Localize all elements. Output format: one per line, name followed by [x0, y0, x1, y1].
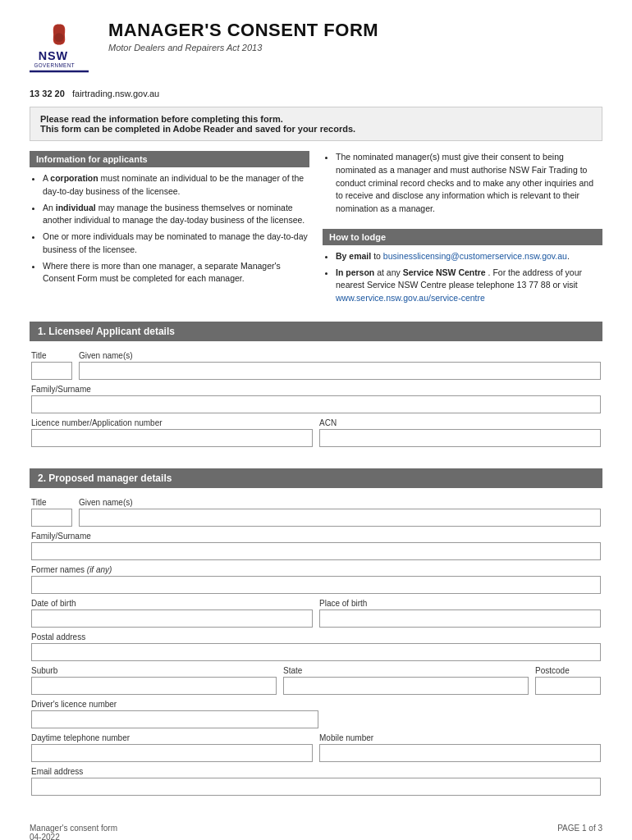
s2-mobile-label: Mobile number	[319, 733, 601, 742]
s1-surname-row: Family/Surname	[31, 385, 601, 413]
s2-email-input[interactable]	[31, 778, 601, 796]
footer-page: PAGE 1 of 3	[557, 824, 602, 840]
s1-acn-input[interactable]	[319, 429, 601, 447]
section-2: 2. Proposed manager details Title Given …	[30, 468, 602, 804]
s2-state-label: State	[283, 666, 529, 675]
section-1: 1. Licensee/ Applicant details Title Giv…	[30, 322, 602, 455]
service-url-link[interactable]: www.service.nsw.gov.au/service-centre	[336, 293, 485, 303]
s1-licence-input[interactable]	[31, 429, 313, 447]
s2-former-names-input[interactable]	[31, 576, 601, 594]
s2-given-names-input[interactable]	[79, 509, 601, 527]
s2-email-row: Email address	[31, 767, 601, 796]
info-right-list: The nominated manager(s) must give their…	[323, 151, 602, 216]
s2-surname-label: Family/Surname	[31, 532, 601, 541]
s2-former-names-label: Former names (if any)	[31, 565, 601, 574]
info-columns: Information for applicants A corporation…	[30, 151, 602, 308]
s1-given-names-input[interactable]	[79, 362, 601, 380]
s2-drivers-licence-row: Driver's licence number	[31, 700, 601, 728]
s1-surname-field: Family/Surname	[31, 385, 601, 413]
s2-title-field: Title	[31, 498, 72, 527]
page-header: NSW GOVERNMENT MANAGER'S CONSENT FORM Mo…	[30, 20, 602, 80]
s2-drivers-licence-label: Driver's licence number	[31, 700, 318, 709]
s2-postcode-label: Postcode	[535, 666, 601, 675]
nsw-logo: NSW GOVERNMENT	[30, 20, 89, 79]
s2-pob-field: Place of birth	[319, 599, 601, 628]
s2-suburb-field: Suburb	[31, 666, 277, 695]
s1-surname-input[interactable]	[31, 395, 601, 413]
s2-suburb-label: Suburb	[31, 666, 277, 675]
info-col-right: The nominated manager(s) must give their…	[323, 151, 602, 308]
s1-licence-acn-row: Licence number/Application number ACN	[31, 418, 601, 447]
s2-mobile-input[interactable]	[319, 744, 601, 762]
form-subtitle: Motor Dealers and Repairers Act 2013	[108, 43, 378, 52]
nominated-manager-bullet: The nominated manager(s) must give their…	[336, 151, 602, 216]
s2-postcode-input[interactable]	[535, 677, 601, 695]
s2-pob-label: Place of birth	[319, 599, 601, 608]
s2-pob-input[interactable]	[319, 609, 601, 628]
s2-drivers-licence-input[interactable]	[31, 710, 318, 728]
info-line1: Please read the information before compl…	[40, 114, 592, 124]
section-2-header: 2. Proposed manager details	[30, 468, 602, 488]
s1-title-label: Title	[31, 351, 72, 360]
s2-postcode-field: Postcode	[535, 666, 601, 695]
s1-title-givennames-row: Title Given name(s)	[31, 351, 601, 380]
info-notice: Please read the information before compl…	[30, 107, 602, 141]
s2-given-names-label: Given name(s)	[79, 498, 601, 507]
email-link[interactable]: businesslicensing@customerservice.nsw.go…	[383, 251, 567, 261]
s1-surname-label: Family/Surname	[31, 385, 601, 394]
s2-email-label: Email address	[31, 767, 601, 776]
s2-surname-field: Family/Surname	[31, 532, 601, 560]
s1-licence-field: Licence number/Application number	[31, 418, 313, 447]
bullet-3: One or more individuals may be nominated…	[43, 231, 309, 257]
page-footer: Manager's consent form 04-2022 PAGE 1 of…	[30, 824, 602, 840]
s2-phone-mobile-row: Daytime telephone number Mobile number	[31, 733, 601, 762]
s2-postal-label: Postal address	[31, 632, 601, 641]
svg-point-5	[55, 33, 64, 42]
s2-dob-label: Date of birth	[31, 599, 313, 608]
info-line2: This form can be completed in Adobe Read…	[40, 124, 592, 134]
s1-acn-label: ACN	[319, 418, 601, 427]
logo-area: NSW GOVERNMENT	[30, 20, 95, 80]
s2-daytime-phone-input[interactable]	[31, 744, 313, 762]
s1-title-input[interactable]	[31, 362, 72, 380]
s2-title-label: Title	[31, 498, 72, 507]
s2-title-input[interactable]	[31, 509, 72, 527]
s1-given-names-field: Given name(s)	[79, 351, 601, 380]
s2-dob-pob-row: Date of birth Place of birth	[31, 599, 601, 628]
by-email-item: By email to businesslicensing@customerse…	[336, 250, 602, 263]
s2-state-input[interactable]	[283, 677, 529, 695]
s2-dob-input[interactable]	[31, 609, 313, 628]
svg-text:NSW: NSW	[39, 49, 68, 62]
footer-form-name: Manager's consent form	[30, 824, 117, 833]
s2-daytime-phone-label: Daytime telephone number	[31, 733, 313, 742]
s2-state-field: State	[283, 666, 529, 695]
info-applicants-list: A corporation must nominate an individua…	[30, 172, 309, 285]
s1-given-names-label: Given name(s)	[79, 351, 601, 360]
section-1-body: Title Given name(s) Family/Surname Licen…	[30, 348, 602, 455]
lodge-list: By email to businesslicensing@customerse…	[323, 250, 602, 305]
title-area: MANAGER'S CONSENT FORM Motor Dealers and…	[108, 20, 378, 52]
s2-postal-row: Postal address	[31, 632, 601, 661]
footer-left: Manager's consent form 04-2022	[30, 824, 117, 840]
in-person-item: In person at any Service NSW Centre . Fo…	[336, 267, 602, 305]
s1-acn-field: ACN	[319, 418, 601, 447]
s2-mobile-field: Mobile number	[319, 733, 601, 762]
section-2-body: Title Given name(s) Family/Surname Forme…	[30, 495, 602, 804]
how-to-lodge-header: How to lodge	[323, 229, 602, 245]
s2-title-givennames-row: Title Given name(s)	[31, 498, 601, 527]
section-1-header: 1. Licensee/ Applicant details	[30, 322, 602, 341]
s2-surname-row: Family/Surname	[31, 532, 601, 560]
bullet-1: A corporation must nominate an individua…	[43, 172, 309, 199]
s2-postal-field: Postal address	[31, 632, 601, 661]
s2-postal-input[interactable]	[31, 643, 601, 661]
svg-text:GOVERNMENT: GOVERNMENT	[34, 63, 75, 69]
s2-surname-input[interactable]	[31, 542, 601, 560]
s2-suburb-input[interactable]	[31, 677, 277, 695]
s2-drivers-licence-field: Driver's licence number	[31, 700, 318, 728]
footer-date: 04-2022	[30, 833, 117, 840]
s2-daytime-phone-field: Daytime telephone number	[31, 733, 313, 762]
form-title: MANAGER'S CONSENT FORM	[108, 20, 378, 41]
s1-title-field: Title	[31, 351, 72, 380]
bullet-2: An individual may manage the business th…	[43, 202, 309, 228]
s2-former-names-field: Former names (if any)	[31, 565, 601, 594]
